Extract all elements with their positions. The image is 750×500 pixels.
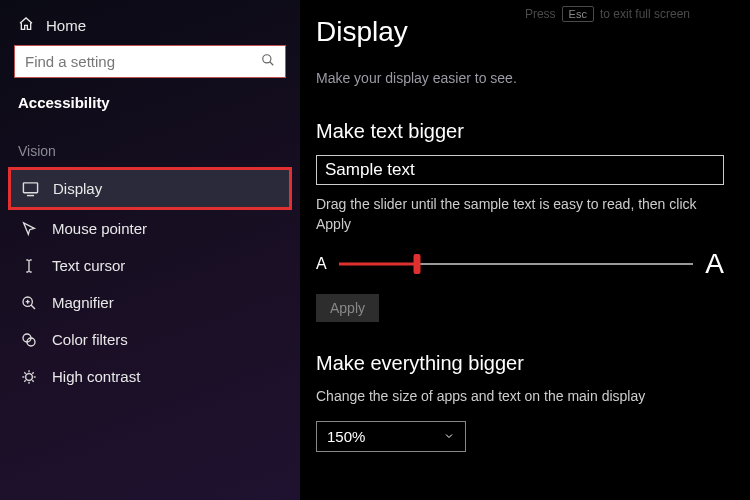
esc-key: Esc bbox=[562, 6, 594, 22]
scale-instruction: Change the size of apps and text on the … bbox=[316, 387, 724, 407]
text-size-slider-row: A A bbox=[316, 248, 724, 280]
sidebar-item-label: Mouse pointer bbox=[52, 220, 147, 237]
search-icon bbox=[261, 53, 275, 71]
svg-line-18 bbox=[32, 372, 33, 373]
sidebar-item-label: Magnifier bbox=[52, 294, 114, 311]
sidebar-item-label: Display bbox=[53, 180, 102, 197]
slider-fill bbox=[339, 263, 417, 266]
text-size-slider[interactable] bbox=[339, 254, 694, 274]
svg-point-10 bbox=[26, 373, 33, 380]
svg-line-17 bbox=[24, 380, 25, 381]
svg-line-5 bbox=[31, 305, 35, 309]
home-icon bbox=[18, 16, 34, 35]
chevron-down-icon bbox=[443, 428, 455, 445]
svg-rect-2 bbox=[23, 183, 37, 193]
search-input[interactable] bbox=[17, 48, 283, 75]
svg-point-0 bbox=[263, 54, 271, 62]
sidebar-item-magnifier[interactable]: Magnifier bbox=[10, 284, 290, 321]
text-slider-instruction: Drag the slider until the sample text is… bbox=[316, 195, 724, 234]
sidebar-item-text-cursor[interactable]: Text cursor bbox=[10, 247, 290, 284]
slider-max-label: A bbox=[705, 248, 724, 280]
sidebar-item-display[interactable]: Display bbox=[11, 170, 289, 207]
settings-content: Press Esc to exit full screen Display Ma… bbox=[300, 0, 750, 500]
svg-line-16 bbox=[32, 380, 33, 381]
sample-text-preview: Sample text bbox=[316, 155, 724, 185]
sidebar-title: Accessibility bbox=[10, 92, 290, 119]
fullscreen-hint: Press Esc to exit full screen bbox=[525, 6, 690, 22]
home-nav[interactable]: Home bbox=[10, 12, 290, 45]
text-cursor-icon bbox=[20, 258, 38, 274]
make-text-bigger-heading: Make text bigger bbox=[316, 120, 724, 143]
sidebar-item-high-contrast[interactable]: High contrast bbox=[10, 358, 290, 395]
magnifier-icon bbox=[20, 295, 38, 311]
sidebar-group-vision: Vision bbox=[10, 119, 290, 167]
sidebar-item-label: High contrast bbox=[52, 368, 140, 385]
make-everything-bigger-heading: Make everything bigger bbox=[316, 352, 724, 375]
settings-sidebar: Home Accessibility Vision Display Mouse … bbox=[0, 0, 300, 500]
color-filters-icon bbox=[20, 332, 38, 348]
display-icon bbox=[21, 180, 39, 197]
mouse-pointer-icon bbox=[20, 221, 38, 237]
sidebar-item-label: Color filters bbox=[52, 331, 128, 348]
svg-line-15 bbox=[24, 372, 25, 373]
tutorial-highlight: Display bbox=[8, 167, 292, 210]
search-field[interactable] bbox=[14, 45, 286, 78]
home-label: Home bbox=[46, 17, 86, 34]
slider-min-label: A bbox=[316, 255, 327, 273]
apply-button[interactable]: Apply bbox=[316, 294, 379, 322]
scale-value: 150% bbox=[327, 428, 365, 445]
high-contrast-icon bbox=[20, 369, 38, 385]
svg-line-1 bbox=[270, 61, 274, 65]
slider-thumb[interactable] bbox=[413, 254, 420, 274]
scale-dropdown[interactable]: 150% bbox=[316, 421, 466, 452]
sidebar-item-color-filters[interactable]: Color filters bbox=[10, 321, 290, 358]
sidebar-item-label: Text cursor bbox=[52, 257, 125, 274]
page-subtitle: Make your display easier to see. bbox=[316, 70, 724, 86]
sidebar-item-mouse-pointer[interactable]: Mouse pointer bbox=[10, 210, 290, 247]
